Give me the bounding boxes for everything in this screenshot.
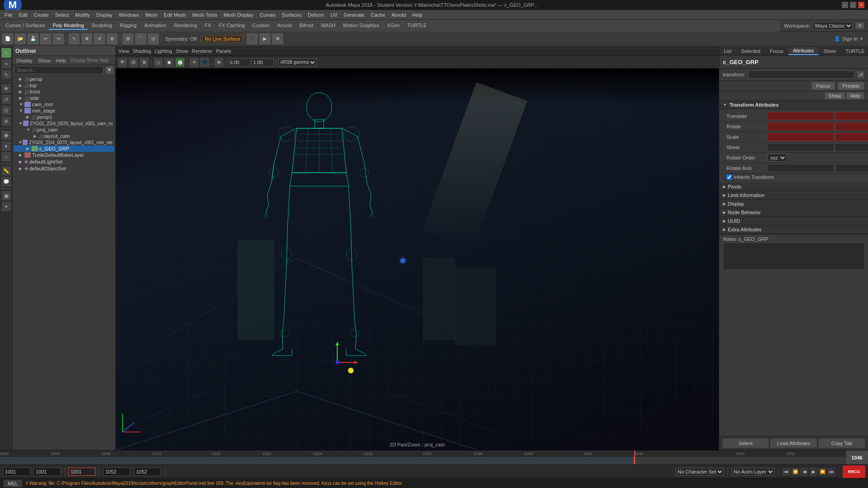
inherits-transform-checkbox[interactable] [726,174,732,180]
frame-input[interactable]: 1001 [68,468,95,476]
shelf-tab-turtle[interactable]: TURTLE [404,22,430,30]
scale-tool-icon[interactable]: ⊞ [106,33,118,45]
tab-turtle[interactable]: TURTLE [841,47,868,55]
soft-mod-btn[interactable]: ◉ [1,130,11,140]
list-item[interactable]: ▶ 🎥 side [14,95,114,101]
menu-help[interactable]: Help [410,11,425,19]
load-attributes-button[interactable]: Load Attributes [770,438,817,448]
list-item[interactable]: ▼ ZYG01_ZG4_0070_layout_v001_mm_ste [14,139,114,145]
vp-menu-lighting[interactable]: Lighting [155,48,172,54]
camera-icon[interactable]: 🎥 [246,33,258,45]
tab-focus[interactable]: Focus [765,47,788,55]
select-tool-btn[interactable]: ↖ [1,48,11,58]
menu-curves[interactable]: Curves [257,11,278,19]
close-button[interactable]: ✕ [858,2,864,8]
shelf-tab-animation[interactable]: Animation [141,22,170,30]
vp-menu-renderer[interactable]: Renderer [192,48,212,54]
transform-arrow-icon[interactable]: ↗ [857,71,864,78]
menu-uv[interactable]: UV [328,11,340,19]
list-item[interactable]: ▶ 🎥 layout_cam [14,133,114,139]
vp-far-clip-input[interactable] [251,58,274,66]
range-end-input[interactable]: 1052 [103,468,130,476]
shelf-tab-polymodeling[interactable]: Poly Modeling [49,22,87,30]
goto-end-button[interactable]: ⏭ [827,468,835,476]
menu-deform[interactable]: Deform [305,11,327,19]
vp-shadow-icon[interactable]: 🌑 [200,57,210,67]
list-item[interactable]: ▶ 🎥 front [14,89,114,95]
vp-wireframe-icon[interactable]: ◻ [153,57,163,67]
new-file-icon[interactable]: 📄 [2,33,14,45]
viewport-canvas[interactable]: 大人素材 RRCG 大人素材 RRCG [116,69,719,450]
sign-in-label[interactable]: Sign In [842,36,858,42]
list-item[interactable]: ▼ 🎥 proj_cam [14,127,114,133]
render-icon[interactable]: ▶ [259,33,271,45]
scale-y-input[interactable]: -0.178 [835,133,868,141]
menu-display[interactable]: Display [94,11,115,19]
menu-windows[interactable]: Windows [116,11,142,19]
shelf-tab-rendering[interactable]: Rendering [170,22,201,30]
show-button[interactable]: Show [825,92,845,99]
workspace-select[interactable]: Maya Classic [813,22,853,30]
menu-select[interactable]: Select [52,11,72,19]
list-item[interactable]: ▼ ZYG01_ZG4_0070_layout_v001_cam_ro [14,120,114,127]
redo-icon[interactable]: ↪ [52,33,64,45]
list-item[interactable]: ▶ c_GEO_GRP [14,145,114,152]
maximize-button[interactable]: □ [850,2,856,8]
rotate-axis-x-input[interactable]: 0.000 [767,164,834,172]
sculpt-btn[interactable]: ♦ [1,141,11,151]
menu-edit[interactable]: Edit [16,11,30,19]
tab-show[interactable]: Show [819,47,841,55]
menu-create[interactable]: Create [31,11,52,19]
shelf-tab-motiongraphics[interactable]: Motion Graphics [340,22,383,30]
transform-value-input[interactable]: c_GEO_GRP [748,70,854,79]
list-item[interactable]: ▼ mm_stage [14,108,114,114]
open-file-icon[interactable]: 📂 [14,33,26,45]
annotate-btn[interactable]: 💬 [1,177,11,187]
current-frame-l-input[interactable]: 1001 [33,468,61,476]
undo-icon[interactable]: ↩ [40,33,52,45]
fx-btn[interactable]: ✦ [1,202,11,211]
list-item[interactable]: ▼ cam_root [14,101,114,108]
save-file-icon[interactable]: 💾 [27,33,39,45]
minimize-button[interactable]: ─ [842,2,848,8]
pivots-header[interactable]: ▶ Pivots [719,183,868,191]
current-frame-r-input[interactable]: 1052 [134,468,161,476]
vp-near-clip-input[interactable] [228,58,250,66]
menu-edit-mesh[interactable]: Edit Mesh [161,11,189,19]
menu-generate[interactable]: Generate [341,11,367,19]
universal-tool-btn[interactable]: ⊕ [1,116,11,126]
workspace-expand[interactable]: ▼ [855,22,864,29]
vp-grid-icon[interactable]: ⊞ [139,57,149,67]
rotate-x-input[interactable]: 0.000 [767,122,834,131]
scale-tool-btn[interactable]: ⊡ [1,105,11,115]
step-back-button[interactable]: ⏪ [791,468,799,476]
vp-res-icon[interactable]: ⊟ [128,57,138,67]
outliner-menu-show[interactable]: Show [36,58,52,63]
rotate-tool-btn[interactable]: ↺ [1,94,11,104]
snap-grid-icon[interactable]: ⊞ [122,33,134,45]
list-item[interactable]: ▶ TurtleDefaultBakeLayer [14,152,114,158]
rotate-y-input[interactable]: 180.056 [835,122,868,131]
search-input[interactable] [14,66,104,74]
rotate-tool-icon[interactable]: ↺ [94,33,105,45]
shelf-tab-custom[interactable]: Custom [249,22,273,30]
transform-section-header[interactable]: ▼ Transform Attributes [719,101,868,109]
outliner-menu-display[interactable]: Display [14,58,34,63]
shelf-tab-sculpting[interactable]: Sculpting [88,22,116,30]
range-start-input[interactable]: 1001 [3,468,30,476]
shelf-tab-mash[interactable]: MASH [317,22,339,30]
list-item[interactable]: ▶ 🎥 persp1 [14,114,114,120]
node-behavior-header[interactable]: ▶ Node Behavior [719,208,868,216]
show-manip-btn[interactable]: ⊹ [1,152,11,162]
list-item[interactable]: ▶ 🎥 top [14,82,114,89]
vp-menu-shading[interactable]: Shading [133,48,151,54]
play-forward-button[interactable]: ▶ [809,468,817,476]
menu-surfaces[interactable]: Surfaces [279,11,304,19]
shelf-tab-fxcaching[interactable]: FX Caching [215,22,248,30]
menu-mesh-display[interactable]: Mesh Display [221,11,256,19]
shelf-tab-arnold[interactable]: Arnold [274,22,295,30]
goto-start-button[interactable]: ⏮ [782,468,790,476]
list-item[interactable]: ▶ ◈ defaultObjectSet [14,165,114,172]
select-button[interactable]: Select [722,438,769,448]
display-header[interactable]: ▶ Display [719,200,868,208]
